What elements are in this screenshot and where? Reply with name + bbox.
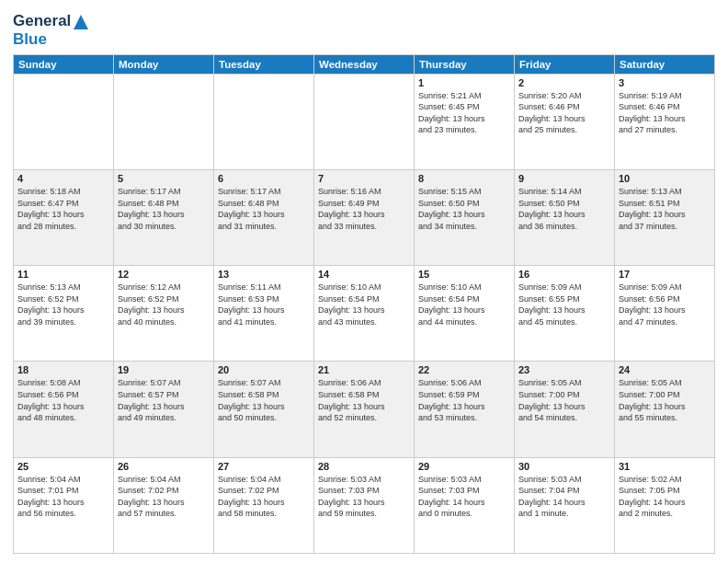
day-cell: 11Sunrise: 5:13 AMSunset: 6:52 PMDayligh… [14, 266, 114, 362]
day-cell: 15Sunrise: 5:10 AMSunset: 6:54 PMDayligh… [415, 266, 515, 362]
weekday-header-sunday: Sunday [14, 54, 114, 74]
day-number: 4 [17, 173, 109, 184]
day-info: Sunrise: 5:06 AMSunset: 6:58 PMDaylight:… [318, 377, 410, 423]
day-number: 16 [518, 269, 610, 280]
logo-general: General [13, 12, 71, 29]
day-info: Sunrise: 5:17 AMSunset: 6:48 PMDaylight:… [118, 186, 210, 232]
day-info: Sunrise: 5:17 AMSunset: 6:48 PMDaylight:… [218, 186, 310, 232]
day-info: Sunrise: 5:13 AMSunset: 6:52 PMDaylight:… [17, 282, 109, 327]
logo-icon [72, 13, 90, 31]
day-info: Sunrise: 5:04 AMSunset: 7:02 PMDaylight:… [218, 474, 310, 520]
day-number: 25 [17, 461, 109, 472]
day-info: Sunrise: 5:19 AMSunset: 6:46 PMDaylight:… [619, 90, 711, 136]
calendar-table: SundayMondayTuesdayWednesdayThursdayFrid… [13, 54, 715, 554]
day-number: 27 [218, 461, 310, 472]
day-cell: 31Sunrise: 5:02 AMSunset: 7:05 PMDayligh… [615, 457, 715, 553]
day-info: Sunrise: 5:05 AMSunset: 7:00 PMDaylight:… [619, 377, 711, 423]
weekday-header-monday: Monday [114, 54, 214, 74]
day-cell [14, 74, 114, 169]
day-info: Sunrise: 5:11 AMSunset: 6:53 PMDaylight:… [218, 282, 310, 327]
week-row-1: 1Sunrise: 5:21 AMSunset: 6:45 PMDaylight… [14, 74, 715, 169]
day-cell [214, 74, 314, 169]
day-info: Sunrise: 5:10 AMSunset: 6:54 PMDaylight:… [318, 282, 410, 327]
day-number: 6 [218, 173, 310, 184]
day-info: Sunrise: 5:02 AMSunset: 7:05 PMDaylight:… [619, 474, 711, 520]
day-number: 18 [17, 364, 109, 375]
day-number: 15 [418, 269, 510, 280]
day-cell: 18Sunrise: 5:08 AMSunset: 6:56 PMDayligh… [14, 362, 114, 457]
day-info: Sunrise: 5:16 AMSunset: 6:49 PMDaylight:… [318, 186, 410, 232]
day-cell: 6Sunrise: 5:17 AMSunset: 6:48 PMDaylight… [214, 169, 314, 265]
day-cell: 12Sunrise: 5:12 AMSunset: 6:52 PMDayligh… [114, 266, 214, 362]
day-number: 28 [318, 461, 410, 472]
day-cell: 17Sunrise: 5:09 AMSunset: 6:56 PMDayligh… [615, 266, 715, 362]
day-cell: 21Sunrise: 5:06 AMSunset: 6:58 PMDayligh… [314, 362, 415, 457]
day-number: 9 [518, 173, 610, 184]
day-cell: 26Sunrise: 5:04 AMSunset: 7:02 PMDayligh… [114, 457, 214, 553]
day-info: Sunrise: 5:09 AMSunset: 6:56 PMDaylight:… [619, 282, 711, 327]
weekday-header-thursday: Thursday [415, 54, 515, 74]
day-number: 5 [118, 173, 210, 184]
day-cell: 5Sunrise: 5:17 AMSunset: 6:48 PMDaylight… [114, 169, 214, 265]
day-number: 17 [619, 269, 711, 280]
day-cell: 1Sunrise: 5:21 AMSunset: 6:45 PMDaylight… [415, 74, 515, 169]
day-cell: 30Sunrise: 5:03 AMSunset: 7:04 PMDayligh… [515, 457, 615, 553]
day-number: 1 [418, 77, 510, 88]
day-number: 29 [418, 461, 510, 472]
day-info: Sunrise: 5:03 AMSunset: 7:03 PMDaylight:… [318, 474, 410, 520]
day-cell: 10Sunrise: 5:13 AMSunset: 6:51 PMDayligh… [615, 169, 715, 265]
day-info: Sunrise: 5:07 AMSunset: 6:57 PMDaylight:… [118, 377, 210, 423]
weekday-header-friday: Friday [515, 54, 615, 74]
day-number: 21 [318, 364, 410, 375]
day-info: Sunrise: 5:13 AMSunset: 6:51 PMDaylight:… [619, 186, 711, 232]
day-cell: 22Sunrise: 5:06 AMSunset: 6:59 PMDayligh… [415, 362, 515, 457]
weekday-header-wednesday: Wednesday [314, 54, 415, 74]
logo-blue: Blue [13, 31, 91, 49]
day-cell: 20Sunrise: 5:07 AMSunset: 6:58 PMDayligh… [214, 362, 314, 457]
day-cell: 19Sunrise: 5:07 AMSunset: 6:57 PMDayligh… [114, 362, 214, 457]
day-cell: 27Sunrise: 5:04 AMSunset: 7:02 PMDayligh… [214, 457, 314, 553]
day-number: 8 [418, 173, 510, 184]
day-cell: 13Sunrise: 5:11 AMSunset: 6:53 PMDayligh… [214, 266, 314, 362]
day-number: 10 [619, 173, 711, 184]
week-row-3: 11Sunrise: 5:13 AMSunset: 6:52 PMDayligh… [14, 266, 715, 362]
day-info: Sunrise: 5:09 AMSunset: 6:55 PMDaylight:… [518, 282, 610, 327]
day-cell: 3Sunrise: 5:19 AMSunset: 6:46 PMDaylight… [615, 74, 715, 169]
day-number: 11 [17, 269, 109, 280]
day-info: Sunrise: 5:08 AMSunset: 6:56 PMDaylight:… [17, 377, 109, 423]
day-number: 7 [318, 173, 410, 184]
day-cell: 8Sunrise: 5:15 AMSunset: 6:50 PMDaylight… [415, 169, 515, 265]
day-number: 22 [418, 364, 510, 375]
day-info: Sunrise: 5:03 AMSunset: 7:03 PMDaylight:… [418, 474, 510, 520]
day-cell: 7Sunrise: 5:16 AMSunset: 6:49 PMDaylight… [314, 169, 415, 265]
day-number: 26 [118, 461, 210, 472]
weekday-header-saturday: Saturday [615, 54, 715, 74]
day-info: Sunrise: 5:18 AMSunset: 6:47 PMDaylight:… [17, 186, 109, 232]
calendar-page: General Blue SundayMondayTuesdayWednesda… [0, 0, 728, 563]
day-info: Sunrise: 5:20 AMSunset: 6:46 PMDaylight:… [518, 90, 610, 136]
day-info: Sunrise: 5:04 AMSunset: 7:01 PMDaylight:… [17, 474, 109, 520]
day-info: Sunrise: 5:05 AMSunset: 7:00 PMDaylight:… [518, 377, 610, 423]
day-number: 12 [118, 269, 210, 280]
day-number: 3 [619, 77, 711, 88]
day-info: Sunrise: 5:21 AMSunset: 6:45 PMDaylight:… [418, 90, 510, 136]
day-number: 14 [318, 269, 410, 280]
day-cell [314, 74, 415, 169]
svg-marker-0 [74, 15, 88, 29]
day-info: Sunrise: 5:15 AMSunset: 6:50 PMDaylight:… [418, 186, 510, 232]
week-row-5: 25Sunrise: 5:04 AMSunset: 7:01 PMDayligh… [14, 457, 715, 553]
day-number: 30 [518, 461, 610, 472]
day-cell: 24Sunrise: 5:05 AMSunset: 7:00 PMDayligh… [615, 362, 715, 457]
week-row-2: 4Sunrise: 5:18 AMSunset: 6:47 PMDaylight… [14, 169, 715, 265]
day-cell: 4Sunrise: 5:18 AMSunset: 6:47 PMDaylight… [14, 169, 114, 265]
day-number: 31 [619, 461, 711, 472]
day-info: Sunrise: 5:10 AMSunset: 6:54 PMDaylight:… [418, 282, 510, 327]
day-cell: 2Sunrise: 5:20 AMSunset: 6:46 PMDaylight… [515, 74, 615, 169]
day-info: Sunrise: 5:04 AMSunset: 7:02 PMDaylight:… [118, 474, 210, 520]
day-cell: 25Sunrise: 5:04 AMSunset: 7:01 PMDayligh… [14, 457, 114, 553]
day-number: 19 [118, 364, 210, 375]
day-number: 13 [218, 269, 310, 280]
day-cell: 14Sunrise: 5:10 AMSunset: 6:54 PMDayligh… [314, 266, 415, 362]
day-number: 24 [619, 364, 711, 375]
calendar-body: 1Sunrise: 5:21 AMSunset: 6:45 PMDaylight… [14, 74, 715, 553]
